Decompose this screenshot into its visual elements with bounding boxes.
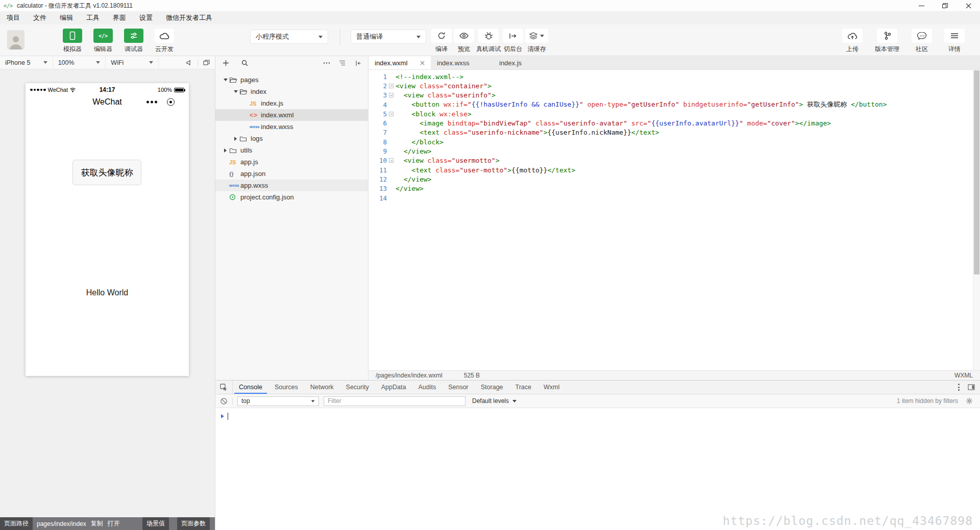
- line-number: 4: [369, 101, 387, 109]
- debugger-tab-audits[interactable]: Audits: [413, 381, 440, 394]
- preview-button[interactable]: 预览: [454, 29, 474, 54]
- clear-cache-button[interactable]: 清缓存: [525, 29, 548, 54]
- tab-index-wxml[interactable]: index.wxml: [369, 56, 431, 69]
- debugger-tab-appdata[interactable]: AppData: [377, 381, 411, 394]
- debugger-tab-storage[interactable]: Storage: [476, 381, 508, 394]
- close-button[interactable]: [957, 0, 980, 11]
- tree-item-logs[interactable]: logs: [215, 133, 368, 144]
- tree-item-index-wxss[interactable]: wxssindex.wxss: [215, 121, 368, 133]
- menu-devtools[interactable]: 微信开发者工具: [159, 11, 219, 24]
- debugger-tab-wxml[interactable]: Wxml: [539, 381, 564, 394]
- console-prompt[interactable]: [221, 413, 228, 420]
- expand-triangle-icon[interactable]: [222, 148, 229, 153]
- maximize-button[interactable]: [933, 0, 957, 11]
- exit-target-icon[interactable]: [167, 98, 175, 106]
- dock-side-icon[interactable]: [968, 384, 975, 390]
- context-select[interactable]: top: [237, 396, 319, 406]
- tab-index-js[interactable]: index.js: [493, 56, 555, 69]
- inspect-element-button[interactable]: [215, 381, 233, 394]
- menu-project[interactable]: 项目: [0, 11, 27, 24]
- more-menu-icon[interactable]: [146, 101, 157, 104]
- fold-marker-icon[interactable]: [387, 93, 396, 97]
- tree-item-pages[interactable]: pages: [215, 74, 368, 86]
- menu-tools[interactable]: 工具: [80, 11, 106, 24]
- editor-scrollbar[interactable]: [973, 70, 980, 370]
- menu-view[interactable]: 界面: [106, 11, 133, 24]
- debugger-tab-security[interactable]: Security: [341, 381, 374, 394]
- debugger-tab-sources[interactable]: Sources: [270, 381, 303, 394]
- expand-triangle-icon[interactable]: [232, 90, 239, 93]
- file-list-button[interactable]: [339, 60, 346, 66]
- code-text: <image bindtap="bindViewTap" class="user…: [396, 119, 831, 127]
- code-line: 3 <view class="userinfo">: [369, 91, 980, 100]
- gear-icon: [966, 397, 973, 405]
- community-button[interactable]: </> 社区: [909, 29, 935, 54]
- compile-button[interactable]: 编译: [431, 29, 452, 54]
- details-button[interactable]: 详情: [942, 29, 967, 54]
- motto-text: Hello World: [26, 288, 189, 297]
- code-text: </view>: [396, 185, 424, 192]
- more-options-icon[interactable]: [324, 62, 330, 64]
- close-tab-icon[interactable]: [420, 61, 425, 65]
- float-window-button[interactable]: [198, 56, 215, 69]
- background-switch-button[interactable]: 切后台: [503, 29, 523, 54]
- code-editor[interactable]: 1<!--index.wxml-->2<view class="containe…: [369, 70, 980, 370]
- title-bar: </> calculator - 微信开发者工具 v1.02.1809111: [0, 0, 980, 11]
- expand-triangle-icon[interactable]: [232, 137, 239, 141]
- user-avatar[interactable]: [7, 30, 24, 49]
- debugger-button[interactable]: 调试器: [118, 29, 149, 54]
- file-name: project.config.json: [240, 193, 294, 201]
- tab-index-wxss[interactable]: index.wxss: [431, 56, 493, 69]
- scrollbar-thumb[interactable]: [974, 70, 979, 274]
- simulator-button[interactable]: 模拟器: [57, 29, 88, 54]
- search-button[interactable]: [241, 60, 248, 66]
- new-file-button[interactable]: [223, 60, 229, 66]
- fold-marker-icon[interactable]: [387, 112, 396, 116]
- version-control-button[interactable]: 版本管理: [873, 29, 901, 54]
- mode-select[interactable]: 小程序模式: [250, 30, 328, 44]
- tree-item-utils[interactable]: utils: [215, 144, 368, 156]
- wxss-file-icon: wxss: [229, 183, 240, 188]
- open-path-link[interactable]: 打开: [108, 519, 120, 528]
- menu-settings[interactable]: 设置: [133, 11, 159, 24]
- menu-file[interactable]: 文件: [27, 11, 53, 24]
- console-settings-button[interactable]: [966, 397, 973, 405]
- tree-item-index-wxml[interactable]: <>index.wxml: [215, 109, 368, 121]
- folder-icon: [229, 147, 240, 154]
- expand-triangle-icon[interactable]: [222, 79, 229, 81]
- menu-edit[interactable]: 编辑: [53, 11, 80, 24]
- tree-item-index-js[interactable]: JSindex.js: [215, 97, 368, 109]
- tree-item-index[interactable]: index: [215, 86, 368, 97]
- sound-button[interactable]: [181, 56, 198, 69]
- upload-button[interactable]: 上传: [839, 29, 866, 54]
- minimize-button[interactable]: [910, 0, 933, 11]
- device-model-select[interactable]: iPhone 5: [0, 56, 53, 69]
- window-controls: [910, 0, 980, 11]
- tree-item-app-json[interactable]: {}app.json: [215, 168, 368, 180]
- collapse-all-button[interactable]: [355, 60, 361, 66]
- clear-console-button[interactable]: [220, 398, 233, 405]
- editor-button[interactable]: </> 编辑器: [88, 29, 118, 54]
- console-filter-input[interactable]: [324, 396, 465, 406]
- tree-item-app-js[interactable]: JSapp.js: [215, 156, 368, 168]
- get-userinfo-button[interactable]: 获取头像昵称: [72, 160, 141, 185]
- debugger-tab-sensor[interactable]: Sensor: [444, 381, 473, 394]
- tree-item-project-config-json[interactable]: project.config.json: [215, 191, 368, 203]
- fold-marker-icon[interactable]: [387, 158, 396, 163]
- text-cursor: [228, 413, 228, 420]
- remote-debug-button[interactable]: 真机调试: [476, 29, 501, 54]
- kebab-menu-icon[interactable]: [958, 384, 960, 391]
- network-select[interactable]: WiFi: [106, 56, 159, 69]
- copy-path-link[interactable]: 复制: [91, 519, 103, 528]
- tree-item-app-wxss[interactable]: wxssapp.wxss: [215, 180, 368, 191]
- compile-mode-select[interactable]: 普通编译: [351, 30, 426, 44]
- debugger-tab-network[interactable]: Network: [306, 381, 338, 394]
- debugger-tab-trace[interactable]: Trace: [511, 381, 536, 394]
- zoom-select[interactable]: 100%: [53, 56, 106, 69]
- log-levels-dropdown[interactable]: Default levels: [472, 397, 517, 405]
- collapse-icon: [355, 60, 361, 66]
- cloud-dev-button[interactable]: 云开发: [149, 29, 180, 54]
- console-output[interactable]: https://blog.csdn.net/qq_43467898: [215, 408, 980, 530]
- debugger-tab-console[interactable]: Console: [234, 381, 267, 394]
- fold-marker-icon[interactable]: [387, 84, 396, 88]
